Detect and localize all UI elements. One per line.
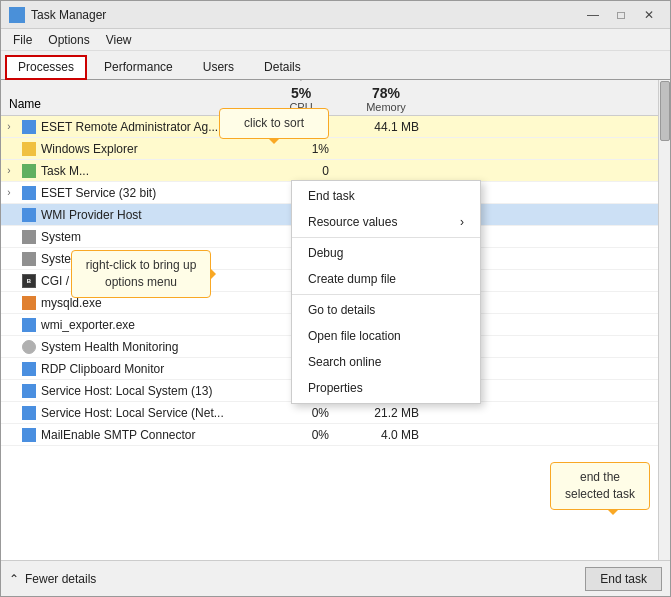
process-name: MailEnable SMTP Connector xyxy=(41,428,265,442)
process-row[interactable]: Service Host: Local Service (Net...0%21.… xyxy=(1,402,670,424)
col-memory-header[interactable]: 78% Memory xyxy=(341,85,431,113)
context-menu-item[interactable]: Create dump file xyxy=(292,266,480,292)
menu-options[interactable]: Options xyxy=(40,31,97,49)
expand-icon[interactable]: › xyxy=(1,187,17,198)
svg-rect-3 xyxy=(18,16,23,21)
tab-details[interactable]: Details xyxy=(251,55,314,79)
tab-performance[interactable]: Performance xyxy=(91,55,186,79)
context-menu-item[interactable]: Properties xyxy=(292,375,480,401)
process-memory: 4.0 MB xyxy=(345,428,435,442)
process-name: ESET Service (32 bit) xyxy=(41,186,265,200)
process-icon xyxy=(21,251,37,267)
context-menu-item-label: Resource values xyxy=(308,215,397,229)
context-menu-item[interactable]: Open file location xyxy=(292,323,480,349)
process-row[interactable]: MailEnable SMTP Connector0%4.0 MB xyxy=(1,424,670,446)
context-menu-item-label: Open file location xyxy=(308,329,401,343)
callout-right-click: right-click to bring up options menu xyxy=(71,250,211,298)
menu-view[interactable]: View xyxy=(98,31,140,49)
context-menu-item-label: Properties xyxy=(308,381,363,395)
process-icon: B xyxy=(21,273,37,289)
process-icon xyxy=(21,163,37,179)
scrollbar-thumb[interactable] xyxy=(660,81,670,141)
process-name: Windows Explorer xyxy=(41,142,265,156)
col-name-label: Name xyxy=(9,97,41,111)
process-cpu: 0 xyxy=(265,164,345,178)
task-manager-window: Task Manager — □ ✕ File Options View Pro… xyxy=(0,0,671,597)
process-name: WMI Provider Host xyxy=(41,208,265,222)
footer: ⌃ Fewer details End task xyxy=(1,560,670,596)
process-cpu: 0% xyxy=(265,406,345,420)
svg-rect-1 xyxy=(18,9,23,14)
context-menu-item-label: Debug xyxy=(308,246,343,260)
title-bar-left: Task Manager xyxy=(9,7,106,23)
memory-label: Memory xyxy=(366,101,406,113)
process-icon xyxy=(21,185,37,201)
expand-icon[interactable]: › xyxy=(1,121,17,132)
process-icon xyxy=(21,229,37,245)
context-menu-item-label: End task xyxy=(308,189,355,203)
context-menu-item[interactable]: Resource values› xyxy=(292,209,480,235)
process-icon xyxy=(21,295,37,311)
process-icon xyxy=(21,383,37,399)
context-menu-separator xyxy=(292,237,480,238)
context-menu-separator xyxy=(292,294,480,295)
close-button[interactable]: ✕ xyxy=(636,5,662,25)
callout-end-task-text: end the selected task xyxy=(565,470,635,501)
end-task-button[interactable]: End task xyxy=(585,567,662,591)
process-icon xyxy=(21,339,37,355)
menu-file[interactable]: File xyxy=(5,31,40,49)
process-icon xyxy=(21,405,37,421)
process-row[interactable]: ›Task M...0 xyxy=(1,160,670,182)
context-menu-item-label: Create dump file xyxy=(308,272,396,286)
column-header: Name ▼ 5% CPU 78% Memory xyxy=(1,80,670,116)
process-name: System Health Monitoring xyxy=(41,340,265,354)
process-name: Task M... xyxy=(41,164,265,178)
context-menu-item-label: Go to details xyxy=(308,303,375,317)
maximize-button[interactable]: □ xyxy=(608,5,634,25)
menu-bar: File Options View xyxy=(1,29,670,51)
fewer-details-label: Fewer details xyxy=(25,572,96,586)
context-menu: End taskResource values›DebugCreate dump… xyxy=(291,180,481,404)
process-icon xyxy=(21,317,37,333)
tab-users[interactable]: Users xyxy=(190,55,247,79)
chevron-up-icon: ⌃ xyxy=(9,572,19,586)
process-row[interactable]: ›ESET Remote Administrator Ag...3%44.1 M… xyxy=(1,116,670,138)
tab-bar: Processes Performance Users Details xyxy=(1,51,670,80)
window-title: Task Manager xyxy=(31,8,106,22)
svg-rect-2 xyxy=(11,16,16,21)
context-menu-item[interactable]: Search online xyxy=(292,349,480,375)
window-controls: — □ ✕ xyxy=(580,5,662,25)
content-area: Name ▼ 5% CPU 78% Memory ›ESET Remote Ad… xyxy=(1,80,670,560)
process-icon xyxy=(21,119,37,135)
process-name: System xyxy=(41,230,265,244)
callout-sort-text: click to sort xyxy=(244,116,304,130)
sort-arrow-icon: ▼ xyxy=(296,80,306,83)
fewer-details-button[interactable]: ⌃ Fewer details xyxy=(9,572,96,586)
process-memory: 44.1 MB xyxy=(345,120,435,134)
submenu-arrow-icon: › xyxy=(460,215,464,229)
process-name: wmi_exporter.exe xyxy=(41,318,265,332)
scrollbar[interactable] xyxy=(658,80,670,560)
process-row[interactable]: Windows Explorer1% xyxy=(1,138,670,160)
context-menu-item[interactable]: Go to details xyxy=(292,297,480,323)
process-name: RDP Clipboard Monitor xyxy=(41,362,265,376)
tab-processes[interactable]: Processes xyxy=(5,55,87,80)
process-name: Service Host: Local System (13) xyxy=(41,384,265,398)
process-icon xyxy=(21,207,37,223)
process-icon xyxy=(21,427,37,443)
callout-sort: click to sort xyxy=(219,108,329,139)
expand-icon[interactable]: › xyxy=(1,165,17,176)
minimize-button[interactable]: — xyxy=(580,5,606,25)
process-cpu: 0% xyxy=(265,428,345,442)
app-icon xyxy=(9,7,25,23)
context-menu-item[interactable]: Debug xyxy=(292,240,480,266)
process-memory: 21.2 MB xyxy=(345,406,435,420)
cpu-percent: 5% xyxy=(291,85,311,101)
context-menu-item-label: Search online xyxy=(308,355,381,369)
title-bar: Task Manager — □ ✕ xyxy=(1,1,670,29)
callout-right-click-text: right-click to bring up options menu xyxy=(86,258,197,289)
svg-rect-0 xyxy=(11,9,16,14)
process-icon xyxy=(21,361,37,377)
context-menu-item[interactable]: End task xyxy=(292,183,480,209)
process-name: mysqld.exe xyxy=(41,296,265,310)
